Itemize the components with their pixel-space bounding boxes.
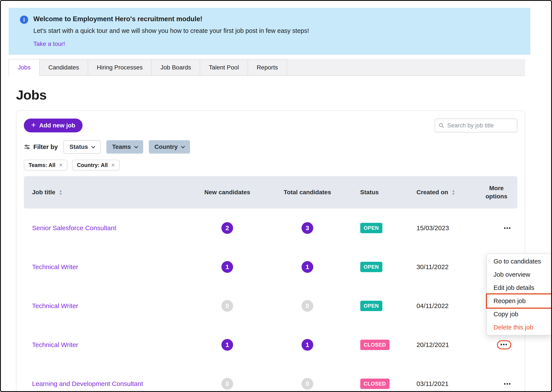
banner-subtitle: Let's start with a quick tour and we wil… [33, 27, 309, 35]
page: i Welcome to Employment Hero's recruitme… [0, 0, 552, 392]
filter-dropdowns: StatusTeamsCountry [64, 140, 190, 154]
welcome-banner: i Welcome to Employment Hero's recruitme… [9, 8, 530, 55]
filter-chip-country-all: Country: All× [72, 160, 120, 170]
status-cell: OPEN [349, 301, 403, 311]
country-dropdown[interactable]: Country [149, 140, 190, 154]
created-on-value: 15/03/2023 [416, 224, 449, 232]
header-more-line2: options [486, 192, 507, 201]
more-options-icon[interactable]: ••• [504, 225, 511, 231]
created-on-value: 03/11/2021 [416, 380, 449, 387]
filter-by-label: Filter by [24, 143, 58, 151]
created-on-cell: 30/11/2022 [402, 263, 467, 271]
table-row: Learning and Development Consultant00CLO… [24, 364, 517, 392]
menu-item-delete-this-job[interactable]: Delete this job [487, 321, 551, 334]
filter-row: Filter by StatusTeamsCountry [24, 140, 517, 154]
menu-item-reopen-job[interactable]: Reopen job [487, 294, 551, 308]
status-badge: OPEN [360, 223, 382, 233]
toolbar: + Add new job [24, 119, 517, 133]
take-a-tour-link[interactable]: Take a tour! [33, 41, 65, 47]
table-row: Technical Writer11CLOSED20/12/2021••• [24, 325, 517, 364]
more-options-cell: ••• [467, 381, 517, 387]
new-candidates-cell: 1 [188, 261, 266, 273]
context-menu: Go to candidatesJob overviewEdit job det… [487, 253, 552, 335]
job-title-link[interactable]: Senior Salesforce Consultant [32, 224, 116, 232]
status-cell: CLOSED [349, 340, 403, 350]
header-created-on[interactable]: Created on ▲ ▼ [402, 189, 467, 196]
new-candidates-cell: 2 [188, 222, 266, 234]
banner-content: Welcome to Employment Hero's recruitment… [33, 15, 309, 47]
job-title-cell: Technical Writer [24, 302, 188, 310]
menu-item-job-overview[interactable]: Job overview [487, 268, 551, 281]
chip-label: Teams: All [29, 162, 55, 168]
header-job-title-label: Job title [32, 189, 55, 196]
more-options-cell: ••• [467, 340, 517, 349]
job-title-link[interactable]: Learning and Development Consultant [32, 380, 143, 387]
candidate-count-badge: 1 [221, 339, 233, 351]
job-title-cell: Technical Writer [24, 341, 188, 349]
tab-bar-filler [287, 59, 525, 76]
new-candidates-cell: 0 [188, 300, 266, 312]
highlight-ring: ••• [497, 340, 511, 349]
status-cell: CLOSED [349, 378, 403, 389]
candidate-count-badge: 1 [302, 261, 313, 273]
teams-dropdown[interactable]: Teams [106, 140, 143, 154]
status-badge: CLOSED [360, 378, 390, 389]
job-title-link[interactable]: Technical Writer [32, 302, 78, 310]
new-candidates-cell: 1 [188, 339, 266, 351]
tab-hiring-processes[interactable]: Hiring Processes [88, 59, 152, 76]
candidate-count-badge: 0 [221, 300, 233, 312]
tab-job-boards[interactable]: Job Boards [152, 59, 200, 76]
job-title-cell: Learning and Development Consultant [24, 380, 188, 387]
add-new-job-label: Add new job [39, 122, 75, 129]
candidate-count-badge: 1 [302, 339, 313, 351]
page-title: Jobs [16, 87, 551, 103]
menu-item-copy-job[interactable]: Copy job [487, 308, 551, 321]
sort-icon[interactable]: ▲ ▼ [452, 189, 455, 196]
created-on-cell: 15/03/2023 [402, 224, 467, 232]
created-on-cell: 20/12/2021 [402, 341, 467, 349]
status-cell: OPEN [349, 223, 403, 233]
table-row: Technical Writer00OPEN04/11/2022••• [24, 287, 517, 325]
chevron-down-icon [134, 144, 138, 148]
tab-reports[interactable]: Reports [248, 59, 287, 76]
tab-jobs[interactable]: Jobs [9, 59, 40, 76]
created-on-cell: 03/11/2021 [402, 380, 467, 387]
jobs-card: + Add new job Filter by StatusTeamsCount… [16, 110, 525, 392]
total-candidates-cell: 0 [266, 378, 349, 390]
menu-item-go-to-candidates[interactable]: Go to candidates [487, 255, 551, 268]
job-title-cell: Senior Salesforce Consultant [24, 224, 188, 232]
filter-chips: Teams: All×Country: All× [24, 160, 517, 170]
chevron-down-icon [91, 144, 95, 148]
chip-remove-icon[interactable]: × [111, 162, 115, 168]
banner-title: Welcome to Employment Hero's recruitment… [33, 15, 309, 23]
search-box [435, 119, 517, 133]
more-options-icon[interactable]: ••• [501, 341, 508, 347]
chip-remove-icon[interactable]: × [59, 162, 63, 168]
total-candidates-cell: 3 [266, 222, 349, 234]
dropdown-label: Country [154, 143, 178, 150]
menu-item-edit-job-details[interactable]: Edit job details [487, 281, 551, 294]
more-options-icon[interactable]: ••• [504, 381, 511, 387]
total-candidates-cell: 1 [266, 339, 349, 351]
jobs-table: Job title ▲ ▼ New candidates Total candi… [24, 176, 517, 392]
tab-candidates[interactable]: Candidates [40, 59, 88, 76]
header-status-label: Status [360, 189, 379, 196]
job-title-link[interactable]: Technical Writer [32, 263, 78, 271]
header-job-title[interactable]: Job title ▲ ▼ [24, 189, 188, 196]
tab-talent-pool[interactable]: Talent Pool [200, 59, 248, 76]
add-new-job-button[interactable]: + Add new job [24, 119, 83, 133]
search-input[interactable] [447, 122, 513, 129]
job-title-link[interactable]: Technical Writer [32, 341, 78, 349]
status-badge: OPEN [360, 262, 382, 272]
dropdown-label: Status [70, 143, 88, 150]
filter-by-text: Filter by [33, 143, 58, 151]
chip-label: Country: All [77, 162, 108, 168]
header-new-candidates: New candidates [188, 189, 266, 196]
header-total-candidates: Total candidates [266, 189, 349, 196]
total-candidates-cell: 0 [266, 300, 349, 312]
created-on-value: 04/11/2022 [416, 302, 449, 310]
table-body: Senior Salesforce Consultant23OPEN15/03/… [24, 209, 517, 392]
status-dropdown[interactable]: Status [64, 140, 101, 154]
created-on-value: 30/11/2022 [416, 263, 449, 271]
sort-icon[interactable]: ▲ ▼ [59, 189, 62, 196]
